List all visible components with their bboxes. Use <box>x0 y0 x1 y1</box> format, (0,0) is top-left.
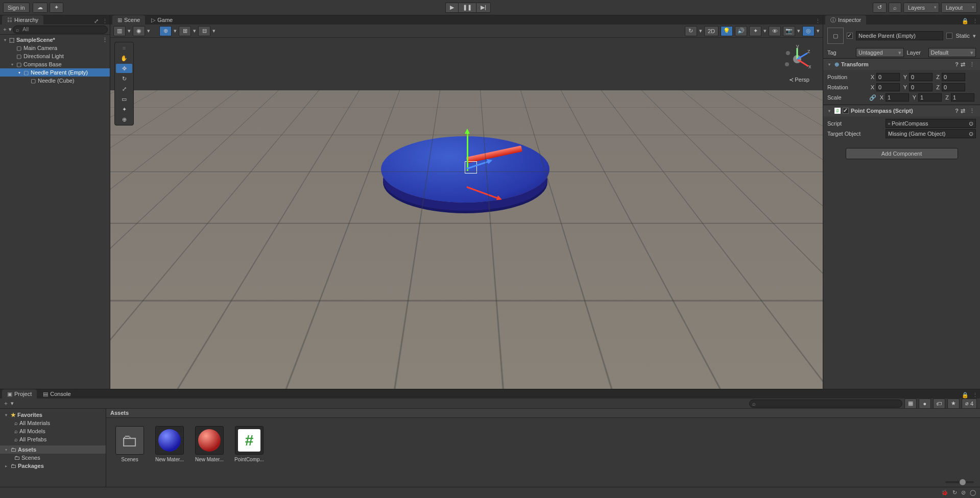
favorite-button[interactable]: ★ <box>947 399 960 409</box>
assets-folder[interactable]: ▾🗀 Assets <box>0 445 106 454</box>
scene-menu[interactable] <box>100 37 110 43</box>
lock-icon[interactable]: 🔒 <box>960 392 970 399</box>
global-search-button[interactable]: ⌕ <box>889 3 901 13</box>
move-tool[interactable]: ✥ <box>116 64 132 73</box>
rot-z-field[interactable] <box>942 83 965 91</box>
orientation-gizmo[interactable]: y x z <box>782 44 812 74</box>
asset-material[interactable]: New Mater... <box>194 426 225 462</box>
cache-icon[interactable]: ⊘ <box>961 489 966 496</box>
tree-row[interactable]: ▾ ▢ Compass Base <box>0 60 110 68</box>
search-by-type-button[interactable]: ▦ <box>904 399 917 409</box>
add-icon[interactable]: ＋ <box>3 400 9 407</box>
signin-button[interactable]: Sign in <box>3 3 30 13</box>
rect-tool[interactable]: ▭ <box>116 94 132 104</box>
save-search-button[interactable]: 🏷 <box>933 399 945 409</box>
pause-button[interactable]: ❚❚ <box>458 3 476 13</box>
scene-panel-menu[interactable] <box>813 18 823 24</box>
camera-button[interactable]: 📷 <box>783 26 795 36</box>
expand-toggle[interactable]: ▾ <box>9 62 15 67</box>
scene-tab[interactable]: ⊞Scene <box>112 15 145 24</box>
project-search[interactable] <box>749 400 902 408</box>
scene-row[interactable]: ▾ ⬚ SampleScene* <box>0 36 110 44</box>
search-by-label-button[interactable]: ● <box>919 399 931 409</box>
scenes-folder[interactable]: 🗀Scenes <box>0 454 106 462</box>
rot-x-field[interactable] <box>876 83 900 91</box>
asset-folder[interactable]: 🗀 Scenes <box>114 426 145 462</box>
active-checkbox[interactable] <box>847 33 853 39</box>
pos-y-field[interactable] <box>909 73 933 81</box>
progress-icon[interactable]: ◯ <box>970 489 976 496</box>
shading-button[interactable]: ◉ <box>133 26 145 36</box>
component-menu[interactable] <box>967 108 977 114</box>
scl-z-field[interactable] <box>951 93 974 102</box>
component-menu[interactable] <box>967 61 977 68</box>
tree-row[interactable]: ▢ Directional Light <box>0 52 110 60</box>
tree-row-selected[interactable]: ▾ ▢ Needle Parent (Empty) <box>0 68 110 77</box>
drag-handle[interactable]: ≡ <box>116 43 132 53</box>
cloud-button[interactable]: ☁ <box>33 3 47 13</box>
expand-toggle[interactable]: ▾ <box>2 38 8 42</box>
draw-mode-button[interactable]: ▥ <box>113 26 126 36</box>
y-axis-handle[interactable] <box>467 130 468 171</box>
grid-button[interactable]: ⊞ <box>179 26 191 36</box>
tree-row[interactable]: ▢ Main Camera <box>0 44 110 52</box>
help-icon[interactable]: ? <box>955 108 959 114</box>
fav-item[interactable]: ⌕All Prefabs <box>0 435 106 443</box>
projection-label[interactable]: ≺Persp <box>789 77 809 83</box>
hand-tool[interactable]: ✋ <box>116 54 132 63</box>
hierarchy-tab[interactable]: ☷Hierarchy <box>2 15 43 24</box>
play-button[interactable]: ▶ <box>445 3 458 13</box>
target-field[interactable]: Missing (Game Object) ⊙ <box>886 129 976 138</box>
asset-material[interactable]: New Mater... <box>154 426 185 462</box>
rot-y-field[interactable] <box>909 83 933 91</box>
layout-dropdown[interactable]: Layout <box>941 3 977 13</box>
thumbnail-size-slider[interactable] <box>945 481 974 483</box>
light-toggle[interactable]: 💡 <box>721 26 733 36</box>
project-menu[interactable] <box>970 392 980 399</box>
collapse-icon[interactable]: ▾ <box>826 62 832 67</box>
inspector-tab[interactable]: ⓘInspector <box>825 15 866 24</box>
packages-folder[interactable]: ▸🗀 Packages <box>0 462 106 470</box>
fx-toggle[interactable]: ✦ <box>749 26 761 36</box>
project-breadcrumb[interactable]: Assets <box>106 409 980 418</box>
hierarchy-menu[interactable] <box>100 18 110 24</box>
add-icon[interactable]: ＋ <box>2 26 8 33</box>
hierarchy-search[interactable]: All <box>13 26 108 34</box>
tree-row[interactable]: ▢ Needle (Cube) <box>0 77 110 85</box>
lock-icon[interactable]: 🔒 <box>960 18 970 24</box>
snap-button[interactable]: ⊟ <box>198 26 210 36</box>
fav-item[interactable]: ⌕All Models <box>0 427 106 435</box>
favorites-header[interactable]: ▾★ Favorites <box>0 411 106 419</box>
rotate-tool[interactable]: ↻ <box>116 74 132 83</box>
gizmos-button[interactable]: ◎ <box>802 26 815 36</box>
2d-toggle[interactable]: 2D <box>704 26 719 36</box>
asset-script[interactable]: # PointComp... <box>234 426 265 462</box>
scale-tool[interactable]: ⤢ <box>116 84 132 93</box>
preset-icon[interactable]: ⇄ <box>961 61 965 68</box>
project-tab[interactable]: ▣Project <box>2 389 37 399</box>
link-icon[interactable]: 🔗 <box>869 94 876 101</box>
preset-icon[interactable]: ⇄ <box>961 108 965 114</box>
add-dropdown-icon[interactable]: ▾ <box>9 26 12 33</box>
static-checkbox[interactable] <box>946 33 952 39</box>
custom-tool[interactable]: ⊕ <box>116 115 132 124</box>
add-component-button[interactable]: Add Component <box>846 148 958 159</box>
step-button[interactable]: ▶| <box>476 3 491 13</box>
expand-toggle[interactable]: ▾ <box>16 70 22 75</box>
hidden-toggle[interactable]: 👁 <box>769 26 781 36</box>
fav-item[interactable]: ⌕All Materials <box>0 419 106 427</box>
refresh-button[interactable]: ↻ <box>685 26 697 36</box>
enabled-checkbox[interactable] <box>843 108 849 114</box>
help-icon[interactable]: ? <box>955 61 959 67</box>
object-name-field[interactable] <box>856 31 943 40</box>
bug-icon[interactable]: 🐞 <box>941 489 948 496</box>
object-picker-icon[interactable]: ⊙ <box>969 131 973 137</box>
scene-viewport[interactable]: ≡ ✋ ✥ ↻ ⤢ ▭ ✦ ⊕ y <box>110 38 823 389</box>
tag-dropdown[interactable]: Untagged <box>856 48 904 57</box>
inspector-menu[interactable] <box>970 18 980 24</box>
collapse-icon[interactable]: ▾ <box>826 109 832 113</box>
compass-header[interactable]: ▾ # Point Compass (Script) ? ⇄ <box>823 105 980 116</box>
transform-header[interactable]: ▾ ⊕ Transform ? ⇄ <box>823 59 980 70</box>
audio-toggle[interactable]: 🔊 <box>735 26 747 36</box>
pos-z-field[interactable] <box>942 73 965 81</box>
